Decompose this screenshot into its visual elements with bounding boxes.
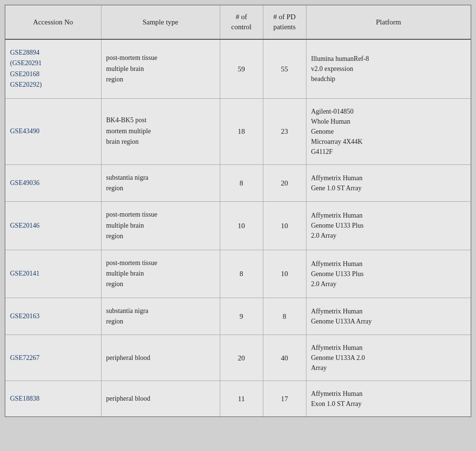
cell-control-count: 20 (220, 335, 263, 381)
cell-accession: GSE20141 (5, 250, 101, 298)
cell-pd-count: 10 (263, 202, 306, 250)
header-pd-patients: # of PDpatients (263, 5, 306, 39)
table-row: GSE72267peripheral blood2040Affymetrix H… (5, 335, 471, 381)
cell-sample-type: peripheral blood (101, 381, 220, 417)
cell-pd-count: 55 (263, 39, 306, 98)
cell-accession: GSE49036 (5, 164, 101, 202)
cell-pd-count: 23 (263, 98, 306, 164)
header-platform: Platform (306, 5, 471, 39)
table-row: GSE20141post-mortem tissue multiple brai… (5, 250, 471, 298)
table-row: GSE28894 (GSE20291 GSE20168 GSE20292)pos… (5, 39, 471, 98)
cell-control-count: 8 (220, 164, 263, 202)
cell-sample-type: peripheral blood (101, 335, 220, 381)
cell-platform: Agilent-014850 Whole Human Genome Microa… (306, 98, 471, 164)
cell-accession: GSE18838 (5, 381, 101, 417)
table-row: GSE20163substantia nigra region98Affymet… (5, 298, 471, 335)
cell-control-count: 18 (220, 98, 263, 164)
cell-pd-count: 17 (263, 381, 306, 417)
cell-control-count: 11 (220, 381, 263, 417)
cell-pd-count: 10 (263, 250, 306, 298)
header-sample-type: Sample type (101, 5, 220, 39)
cell-control-count: 59 (220, 39, 263, 98)
cell-platform: Affymetrix Human Genome U133A Array (306, 298, 471, 335)
cell-control-count: 10 (220, 202, 263, 250)
header-accession: Accession No (5, 5, 101, 39)
cell-platform: Illumina humanRef-8 v2.0 expression bead… (306, 39, 471, 98)
table-row: GSE49036substantia nigra region820Affyme… (5, 164, 471, 202)
header-row: Accession No Sample type # ofcontrol # o… (5, 5, 471, 39)
table-row: GSE18838peripheral blood1117Affymetrix H… (5, 381, 471, 417)
cell-platform: Affymetrix Human Genome U133A 2.0 Array (306, 335, 471, 381)
cell-pd-count: 40 (263, 335, 306, 381)
cell-platform: Affymetrix Human Genome U133 Plus 2.0 Ar… (306, 202, 471, 250)
cell-accession: GSE20163 (5, 298, 101, 335)
cell-platform: Affymetrix Human Genome U133 Plus 2.0 Ar… (306, 250, 471, 298)
table-row: GSE20146post-mortem tissue multiple brai… (5, 202, 471, 250)
cell-sample-type: substantia nigra region (101, 298, 220, 335)
header-control: # ofcontrol (220, 5, 263, 39)
cell-accession: GSE43490 (5, 98, 101, 164)
cell-control-count: 8 (220, 250, 263, 298)
cell-control-count: 9 (220, 298, 263, 335)
cell-pd-count: 20 (263, 164, 306, 202)
main-table-wrapper: Accession No Sample type # ofcontrol # o… (5, 5, 471, 417)
cell-accession: GSE72267 (5, 335, 101, 381)
cell-sample-type: BK4-BK5 post mortem multiple brain regio… (101, 98, 220, 164)
cell-pd-count: 8 (263, 298, 306, 335)
cell-accession: GSE28894 (GSE20291 GSE20168 GSE20292) (5, 39, 101, 98)
cell-platform: Affymetrix Human Gene 1.0 ST Array (306, 164, 471, 202)
cell-sample-type: post-mortem tissue multiple brain region (101, 39, 220, 98)
table-body: GSE28894 (GSE20291 GSE20168 GSE20292)pos… (5, 39, 471, 416)
cell-sample-type: post-mortem tissue multiple brain region (101, 202, 220, 250)
data-table: Accession No Sample type # ofcontrol # o… (5, 5, 471, 416)
cell-sample-type: substantia nigra region (101, 164, 220, 202)
cell-sample-type: post-mortem tissue multiple brain region (101, 250, 220, 298)
cell-accession: GSE20146 (5, 202, 101, 250)
table-row: GSE43490BK4-BK5 post mortem multiple bra… (5, 98, 471, 164)
cell-platform: Affymetrix Human Exon 1.0 ST Array (306, 381, 471, 417)
